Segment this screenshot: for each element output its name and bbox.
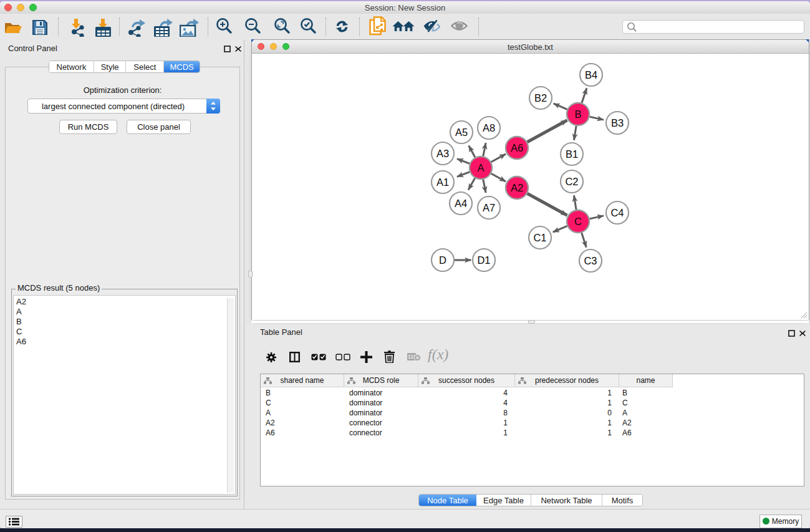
svg-text:B2: B2 [534, 92, 547, 104]
svg-text:A5: A5 [455, 127, 468, 138]
svg-text:A1: A1 [436, 177, 449, 188]
svg-text:C3: C3 [584, 255, 597, 266]
svg-text:B3: B3 [611, 117, 624, 128]
svg-text:B: B [574, 109, 581, 120]
svg-text:C1: C1 [533, 232, 546, 243]
svg-text:C4: C4 [610, 207, 624, 218]
svg-text:D1: D1 [477, 254, 490, 266]
svg-text:D: D [439, 254, 446, 266]
svg-text:A7: A7 [483, 202, 495, 213]
svg-text:A8: A8 [483, 122, 495, 133]
svg-text:A3: A3 [436, 148, 449, 159]
svg-text:C2: C2 [565, 176, 578, 187]
svg-text:B1: B1 [566, 148, 578, 160]
svg-text:B4: B4 [585, 69, 597, 80]
svg-text:A: A [477, 162, 484, 173]
svg-text:A4: A4 [455, 198, 467, 209]
svg-text:A6: A6 [511, 142, 523, 153]
svg-text:A2: A2 [511, 182, 523, 193]
svg-text:C: C [574, 216, 582, 227]
